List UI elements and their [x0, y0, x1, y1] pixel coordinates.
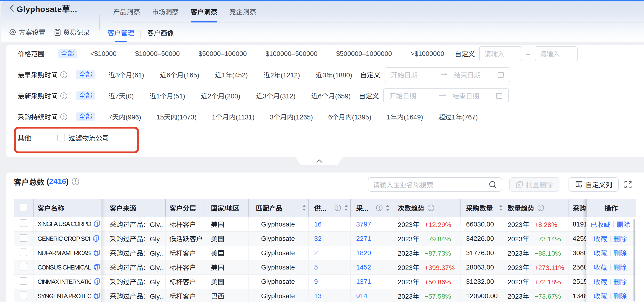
start-date-input[interactable]: 开始日期	[389, 91, 439, 100]
cell-suppliers[interactable]: 13	[308, 288, 350, 302]
earliest-option-4[interactable]: 近2年(1212)	[264, 70, 300, 79]
cell-customer-name[interactable]: GENERIC CROP SCI	[34, 231, 101, 246]
delete-link[interactable]: 删除	[614, 277, 627, 286]
copy-icon[interactable]	[94, 249, 100, 256]
cell-suppliers[interactable]: 32	[308, 231, 350, 246]
cell-suppliers[interactable]: 16	[308, 217, 350, 231]
earliest-option-1[interactable]: 近3个月(61)	[108, 70, 144, 79]
plan-settings-button[interactable]: 方案设置	[9, 27, 46, 37]
delete-link[interactable]: 删除	[614, 248, 627, 258]
cell-customer-name[interactable]: CONSUS CHEMICAL	[34, 260, 101, 274]
cell-customer-name[interactable]: CINMAX INTERNATIO	[34, 274, 101, 288]
sort-icon[interactable]	[344, 204, 348, 211]
col-amount-clipped[interactable]: 采购数	[568, 199, 586, 217]
duration-option-2[interactable]: 15天内(1073)	[156, 112, 196, 121]
duration-option-6[interactable]: 1年内(1649)	[387, 112, 423, 121]
trade-records-button[interactable]: 贸易记录	[54, 27, 90, 37]
col-country[interactable]: 国家/地区	[207, 199, 248, 217]
col-customer-name[interactable]: 客户名称	[34, 199, 101, 217]
latest-option-4[interactable]: 近3个月(312)	[256, 91, 296, 100]
tab-customer-insight[interactable]: 客户洞察	[190, 1, 217, 23]
price-option-all[interactable]: 全部	[58, 49, 77, 58]
row-checkbox[interactable]	[14, 274, 34, 288]
cell-suppliers[interactable]: 5	[308, 260, 350, 274]
col-count-trend[interactable]: 次数趋势	[392, 199, 460, 217]
delete-link[interactable]: 删除	[614, 262, 627, 272]
copy-icon[interactable]	[93, 235, 99, 242]
favorite-link[interactable]: 收藏	[594, 291, 607, 300]
fullscreen-icon[interactable]	[624, 181, 632, 188]
favorite-link[interactable]: 收藏	[594, 262, 607, 272]
cell-customer-name[interactable]: XINGFA USA CORPO	[34, 217, 101, 231]
back-icon[interactable]	[9, 4, 14, 12]
copy-icon[interactable]	[94, 264, 100, 271]
cell-suppliers[interactable]: 2	[308, 246, 350, 260]
col-suppliers[interactable]: 供...	[308, 199, 350, 217]
earliest-option-3[interactable]: 近1年(452)	[215, 70, 248, 79]
col-purchases[interactable]: 采...	[350, 199, 392, 217]
earliest-option-2[interactable]: 近6个月(165)	[160, 70, 199, 79]
search-icon[interactable]	[489, 180, 497, 188]
duration-option-5[interactable]: 6个月内(1395)	[328, 112, 372, 121]
row-checkbox[interactable]	[14, 246, 34, 260]
price-option-4[interactable]: $100000–500000	[266, 50, 318, 57]
info-icon[interactable]	[334, 204, 341, 211]
copy-icon[interactable]	[94, 292, 100, 299]
latest-option-all[interactable]: 全部	[76, 91, 95, 100]
subtab-customer-management[interactable]: 客户管理	[108, 27, 134, 42]
end-date-input[interactable]: 结束日期	[454, 70, 497, 79]
info-icon[interactable]	[60, 113, 67, 120]
latest-date-range-picker[interactable]: 开始日期 结束日期	[383, 88, 509, 103]
row-checkbox[interactable]	[14, 288, 34, 302]
delete-link[interactable]: 删除	[614, 291, 627, 300]
cell-purchases[interactable]: 1371	[350, 274, 392, 288]
cell-purchases[interactable]: 914	[350, 288, 392, 302]
copy-icon[interactable]	[94, 220, 100, 228]
row-checkbox[interactable]	[14, 217, 34, 231]
col-customer-tier[interactable]: 客户分层	[165, 199, 207, 217]
price-option-3[interactable]: $50000–100000	[198, 50, 247, 57]
cell-purchases[interactable]: 2271	[350, 231, 392, 246]
sort-icon[interactable]	[302, 204, 306, 211]
info-icon[interactable]	[537, 204, 544, 211]
price-option-5[interactable]: $500000–1000000	[336, 50, 392, 57]
price-custom-label[interactable]: 自定义	[455, 49, 475, 58]
earliest-option-all[interactable]: 全部	[76, 70, 95, 79]
customer-total-count[interactable]: 2416	[49, 177, 66, 186]
info-icon[interactable]	[427, 204, 434, 211]
cell-customer-name[interactable]: NUFARM AMERICAS,	[34, 246, 101, 260]
col-qty-trend[interactable]: 数量趋势	[502, 199, 568, 217]
info-icon[interactable]	[72, 178, 79, 186]
latest-option-5[interactable]: 近6个月(659)	[311, 91, 351, 100]
favorite-link[interactable]: 收藏	[594, 248, 607, 258]
cell-purchases[interactable]: 3797	[350, 217, 392, 231]
cell-suppliers[interactable]: 9	[308, 274, 350, 288]
vertical-scrollbar[interactable]	[634, 219, 635, 301]
start-date-input[interactable]: 开始日期	[391, 70, 440, 79]
col-quantity[interactable]: 采购数量	[460, 199, 502, 217]
cell-customer-name[interactable]: SYNGENTA PROTEC	[34, 288, 101, 302]
company-search-input[interactable]: 请输入企业名称搜索	[368, 177, 502, 192]
cell-purchases[interactable]: 1452	[350, 260, 392, 274]
earliest-custom-label[interactable]: 自定义	[360, 70, 380, 79]
info-icon[interactable]	[376, 204, 382, 211]
subtab-customer-profile[interactable]: 客户画像	[147, 27, 174, 42]
favorite-link[interactable]: 收藏	[594, 277, 607, 286]
latest-option-2[interactable]: 近1个月(51)	[150, 91, 185, 100]
duration-option-all[interactable]: 全部	[76, 112, 95, 121]
duration-option-1[interactable]: 7天内(996)	[108, 112, 141, 121]
duration-option-7[interactable]: 超过1年(767)	[438, 112, 478, 121]
price-option-6[interactable]: >$1000000	[410, 50, 444, 57]
custom-columns-button[interactable]: 自定义列	[568, 177, 619, 192]
price-option-1[interactable]: <$10000	[90, 50, 116, 57]
col-matched-product[interactable]: 匹配产品	[248, 199, 308, 217]
filter-logistics-label[interactable]: 过滤物流公司	[69, 133, 109, 142]
earliest-date-range-picker[interactable]: 开始日期 结束日期	[384, 67, 510, 82]
earliest-option-5[interactable]: 近3年(1880)	[316, 70, 352, 79]
info-icon[interactable]	[60, 71, 67, 78]
batch-delete-button[interactable]: 批量删除	[509, 177, 560, 192]
select-all-checkbox[interactable]	[14, 199, 34, 217]
duration-option-3[interactable]: 1个月内(1131)	[212, 112, 254, 121]
info-icon[interactable]	[60, 92, 67, 99]
favorite-link[interactable]: 收藏	[594, 234, 607, 243]
